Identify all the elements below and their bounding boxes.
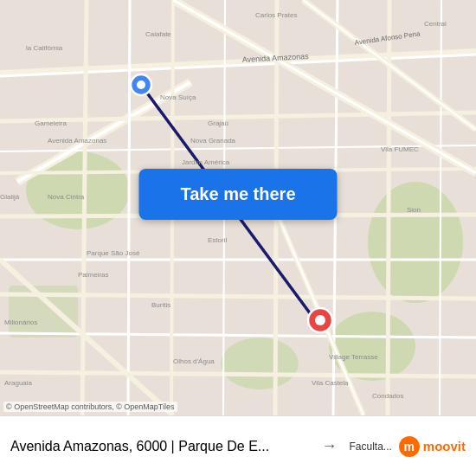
svg-text:Nova Granada: Nova Granada — [190, 137, 236, 145]
svg-text:Nova Suíça: Nova Suíça — [160, 93, 196, 101]
svg-text:Vila Castela: Vila Castela — [312, 379, 349, 387]
map-attribution: © OpenStreetMap contributors, © OpenMapT… — [3, 402, 177, 412]
map-container: Avenida Amazonas Avenida Afonso Pena Gam… — [0, 0, 476, 415]
destination-text: Faculta... — [349, 441, 391, 453]
svg-text:Vila FUMEC: Vila FUMEC — [381, 145, 419, 153]
svg-point-4 — [221, 338, 299, 389]
svg-text:Estoril: Estoril — [208, 236, 227, 244]
svg-text:Parque São José: Parque São José — [87, 249, 140, 257]
svg-text:Condados: Condados — [372, 392, 403, 400]
svg-text:Avenida Amazonas: Avenida Amazonas — [48, 137, 106, 145]
svg-text:Palmeiras: Palmeiras — [78, 271, 109, 279]
moovit-icon: m — [399, 436, 420, 457]
svg-text:Calafate: Calafate — [145, 30, 171, 38]
svg-point-37 — [315, 315, 325, 325]
svg-text:Gameleira: Gameleira — [35, 119, 67, 127]
svg-line-19 — [128, 0, 130, 415]
svg-text:Sion: Sion — [407, 206, 421, 214]
svg-text:Milionários: Milionários — [4, 318, 37, 326]
moovit-logo: m moovit — [399, 436, 466, 457]
svg-text:la Califórnia: la Califórnia — [26, 44, 63, 52]
svg-text:Village Terrasse: Village Terrasse — [329, 353, 378, 361]
take-me-there-button[interactable]: Take me there — [138, 169, 337, 220]
svg-text:Jardim América: Jardim América — [182, 158, 230, 166]
svg-text:Olhos d'Água: Olhos d'Água — [173, 357, 215, 365]
svg-text:Buritis: Buritis — [151, 301, 170, 309]
origin-text: Avenida Amazonas, 6000 | Parque De E... — [10, 439, 309, 454]
moovit-name: moovit — [423, 439, 466, 453]
svg-text:Carlos Prates: Carlos Prates — [255, 11, 297, 19]
footer-origin-container: Avenida Amazonas, 6000 | Parque De E... — [10, 439, 309, 454]
svg-text:Central: Central — [424, 20, 447, 28]
arrow-icon: → — [316, 437, 342, 455]
svg-text:Araguaia: Araguaia — [4, 379, 33, 387]
svg-text:Nova Cintra: Nova Cintra — [48, 193, 85, 201]
svg-text:Glalijá: Glalijá — [0, 193, 20, 201]
footer: Avenida Amazonas, 6000 | Parque De E... … — [0, 415, 476, 476]
svg-text:Grajaú: Grajaú — [208, 119, 228, 127]
svg-point-35 — [137, 80, 145, 89]
svg-point-2 — [368, 182, 463, 303]
